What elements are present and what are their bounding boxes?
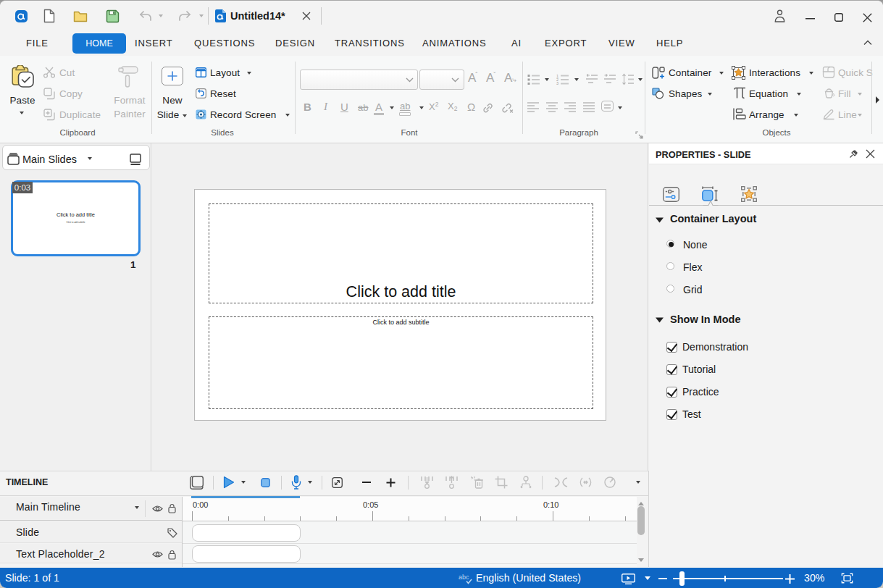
- svg-text:3: 3: [556, 81, 558, 85]
- svg-text:abc: abc: [459, 574, 469, 581]
